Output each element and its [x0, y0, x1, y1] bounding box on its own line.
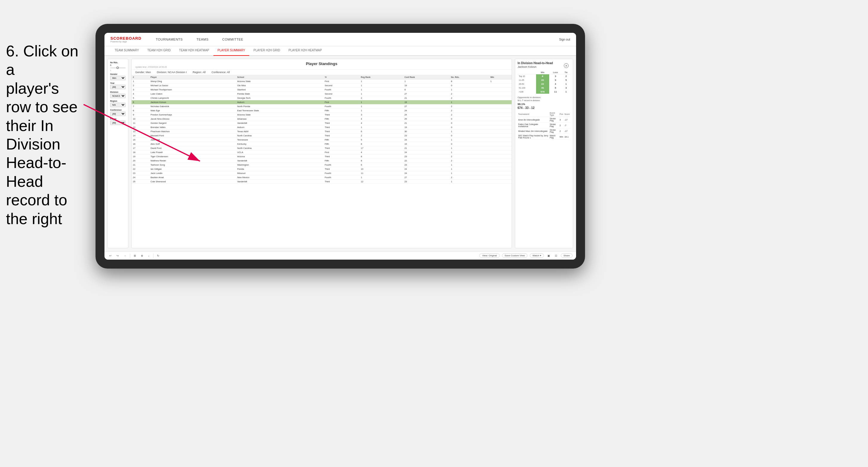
cell-conf: 19 [403, 84, 450, 88]
nav-teams[interactable]: TEAMS [194, 36, 211, 42]
nav-tournaments[interactable]: TOURNAMENTS [153, 36, 185, 42]
tourn-pos: 4 [559, 117, 564, 123]
player-row[interactable]: 19 Tiger Christensen Arizona Third 8 23 … [132, 155, 512, 159]
player-row[interactable]: 25 Cole Sherwood Vanderbilt Third 12 23 … [132, 180, 512, 184]
cell-win [489, 104, 512, 108]
player-row[interactable]: 12 Brendan Valles Auburn Third 1 19 0 [132, 125, 512, 129]
cell-conf: 23 [403, 134, 450, 138]
toolbar-icon4[interactable]: ▣ [546, 254, 551, 258]
player-row[interactable]: 4 Luke Claton Florida State Second 1 27 … [132, 92, 512, 96]
cell-yr: Fifth [323, 159, 360, 163]
sign-out-button[interactable]: Sign out [559, 38, 570, 41]
player-select[interactable]: (All) [110, 121, 126, 125]
standings-filters: Gender: Men Division: NCAA Division I Re… [132, 69, 512, 75]
cell-school: Vanderbilt [236, 121, 323, 125]
cell-yr: Third [323, 113, 360, 117]
cell-conf: 19 [403, 100, 450, 104]
toolbar-icon2[interactable]: ⊕ [140, 254, 145, 258]
player-row[interactable]: 9 Preston Summerhays Arizona State Third… [132, 113, 512, 117]
player-row[interactable]: 1 Wenyi Ding Arizona State First 1 1 8 1 [132, 80, 512, 84]
redo-button[interactable]: ↪ [115, 254, 120, 258]
division-select[interactable]: NCAA Division I [110, 94, 126, 98]
player-row[interactable]: 14 Maxwell Ford North Carolina Third 2 2… [132, 134, 512, 138]
cell-rds: 1 [450, 129, 489, 134]
cell-rds: 1 [450, 150, 489, 155]
player-row[interactable]: 2 Michael La Sasso Ole Miss Second 1 19 … [132, 84, 512, 88]
player-row[interactable]: 6 Jackson Koivun Auburn First 1 19 1 [132, 100, 512, 104]
share-button[interactable]: Share [561, 253, 572, 258]
player-row[interactable]: 8 Mats Ege East Tennessee State Fifth 1 … [132, 108, 512, 113]
cell-reg: 1 [360, 176, 403, 180]
player-row[interactable]: 7 Nicholas Gabrelcik North Florida Fourt… [132, 104, 512, 108]
cell-rds: 1 [450, 100, 489, 104]
conference-label: Conference [110, 109, 126, 111]
division-filter: Division NCAA Division I [110, 91, 126, 98]
cell-yr: Third [323, 129, 360, 134]
nav-committee[interactable]: COMMITTEE [220, 36, 246, 42]
tab-team-h2h-grid[interactable]: TEAM H2H GRID [143, 46, 175, 56]
tablet-screen: SCOREBOARD Powered by clippi TOURNAMENTS… [104, 33, 576, 259]
bottom-toolbar: ↩ ↪ → ⊞ ⊕ ↓ ↻ View: Original Save Custom… [104, 251, 576, 259]
player-row[interactable]: 18 Luke Powell UCLA First 4 24 1 [132, 150, 512, 155]
cell-rank: 10 [132, 117, 149, 121]
col-player: Player [149, 75, 236, 80]
tab-team-summary[interactable]: TEAM SUMMARY [111, 46, 143, 56]
watch-button[interactable]: Watch ▾ [530, 253, 544, 258]
player-row[interactable]: 17 David Ford North Carolina Third 17 21… [132, 146, 512, 150]
view-original-button[interactable]: View: Original [479, 253, 499, 258]
player-row[interactable]: 20 Matthew Riedel Vanderbilt Fifth 8 22 … [132, 159, 512, 163]
save-custom-button[interactable]: Save Custom View [502, 253, 527, 258]
cell-win [489, 125, 512, 129]
gender-select[interactable]: Men [110, 76, 126, 80]
col-reg-rank: Reg Rank [360, 75, 403, 80]
forward-button[interactable]: → [122, 254, 127, 258]
h2h-close-button[interactable]: ✕ [564, 63, 569, 68]
cell-name: Alex Goff [149, 142, 236, 146]
toolbar-separator2 [153, 254, 153, 258]
region-select[interactable]: N/A [110, 103, 126, 107]
tab-team-h2h-heatmap[interactable]: TEAM H2H HEATMAP [175, 46, 213, 56]
year-filter: Year (All) [110, 82, 126, 89]
cell-win [489, 129, 512, 134]
logo-text: SCOREBOARD [111, 36, 142, 40]
cell-name: Jake Hall [149, 138, 236, 142]
year-select[interactable]: (All) [110, 85, 126, 89]
col-rank: # [132, 75, 149, 80]
cell-win [489, 100, 512, 104]
conference-select[interactable]: (All) [110, 112, 126, 116]
cell-rank: 5 [132, 96, 149, 100]
toolbar-icon1[interactable]: ⊞ [132, 254, 137, 258]
undo-button[interactable]: ↩ [108, 254, 113, 258]
cell-yr: Fifth [323, 142, 360, 146]
cell-reg: 2 [360, 134, 403, 138]
player-row[interactable]: 5 Christo Lamprecht Georgia Tech Fourth … [132, 96, 512, 100]
player-row[interactable]: 23 Jack Lundin Missouri Fourth 11 24 1 [132, 171, 512, 176]
player-row[interactable]: 10 Jacob Nino-Dinoso Arkansas Fifth 4 25… [132, 117, 512, 121]
cell-name: Preston Summerhays [149, 113, 236, 117]
toolbar-icon3[interactable]: ↓ [147, 254, 151, 258]
cell-rds: 2 [450, 176, 489, 180]
player-row[interactable]: 21 Taehoon Song Washington Fourth 6 23 1 [132, 163, 512, 167]
player-row[interactable]: 13 Phachuen Maichon Texas A&M Third 6 30… [132, 129, 512, 134]
cell-rank: 8 [132, 108, 149, 113]
toolbar-icon5[interactable]: ⊡ [554, 254, 558, 258]
tab-player-summary[interactable]: PLAYER SUMMARY [213, 46, 249, 56]
cell-name: Mats Ege [149, 108, 236, 113]
cell-conf: 24 [403, 150, 450, 155]
tab-player-h2h-grid[interactable]: PLAYER H2H GRID [249, 46, 284, 56]
cell-reg: 11 [360, 171, 403, 176]
rounds-slider[interactable] [110, 67, 126, 68]
cell-rds: 1 [450, 180, 489, 184]
player-row[interactable]: 24 Bastien Amat New Mexico Fourth 1 27 2 [132, 176, 512, 180]
h2h-tie: 1 [562, 82, 570, 86]
player-row[interactable]: 16 Alex Goff Kentucky Fifth 8 19 0 [132, 142, 512, 146]
cell-yr: Fifth [323, 138, 360, 142]
player-row[interactable]: 15 Jake Hall Tennessee Fifth 5 24 1 [132, 138, 512, 142]
player-row[interactable]: 11 Gordon Sargent Vanderbilt Third 4 21 … [132, 121, 512, 125]
player-row[interactable]: 3 Michael Thorbjornsen Stanford Fourth 1… [132, 88, 512, 92]
refresh-button[interactable]: ↻ [156, 254, 161, 258]
cell-yr: Fourth [323, 171, 360, 176]
cell-conf: 30 [403, 129, 450, 134]
tab-player-h2h-heatmap[interactable]: PLAYER H2H HEATMAP [284, 46, 326, 56]
player-row[interactable]: 22 Ian Gilligan Florida Third 10 24 1 [132, 167, 512, 171]
